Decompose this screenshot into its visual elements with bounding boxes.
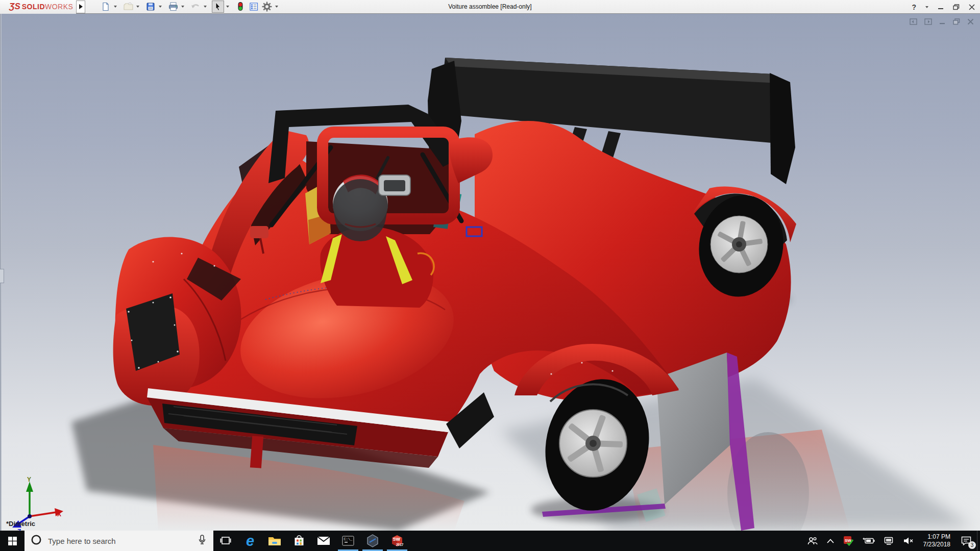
app-title-bar: ƷS SOLID WORKS bbox=[0, 0, 980, 14]
options-gear-icon[interactable] bbox=[261, 1, 273, 13]
windows-taskbar: Type here to search e C:\_ SW 2017 bbox=[0, 531, 980, 551]
clock-time: 1:07 PM bbox=[927, 533, 950, 541]
clock-date: 7/23/2018 bbox=[923, 541, 950, 548]
logo-works-text: WORKS bbox=[45, 3, 73, 11]
people-icon[interactable] bbox=[803, 531, 822, 551]
close-icon[interactable] bbox=[969, 4, 975, 10]
window-title: Voiture assomblee [Read-only] bbox=[448, 3, 531, 10]
command-prompt-icon[interactable]: C:\_ bbox=[336, 531, 360, 551]
solidworks-2017-icon[interactable]: SW 2017 bbox=[385, 531, 409, 551]
play-arrow-icon bbox=[79, 4, 83, 9]
logo-solid-text: SOLID bbox=[22, 3, 45, 11]
doc-restore-icon[interactable] bbox=[953, 18, 960, 27]
save-dropdown[interactable] bbox=[158, 1, 163, 13]
rear-view-mirror bbox=[379, 175, 410, 195]
print-dropdown[interactable] bbox=[180, 1, 185, 13]
document-window-controls bbox=[910, 18, 974, 27]
open-dropdown[interactable] bbox=[135, 1, 140, 13]
microphone-icon[interactable] bbox=[191, 535, 213, 547]
display-properties-icon[interactable] bbox=[248, 1, 260, 13]
search-input[interactable]: Type here to search bbox=[24, 531, 213, 551]
action-center-icon[interactable]: 3 bbox=[955, 531, 977, 551]
hidden-icons-chevron[interactable] bbox=[822, 531, 839, 551]
pane-left-icon[interactable] bbox=[910, 18, 917, 27]
undo-dropdown[interactable] bbox=[203, 1, 208, 13]
undo-icon[interactable] bbox=[189, 1, 202, 13]
solidworks-tray-icon[interactable]: SW bbox=[839, 531, 858, 551]
svg-text:Y: Y bbox=[27, 476, 31, 483]
edrawings-icon[interactable] bbox=[360, 531, 385, 551]
print-icon[interactable] bbox=[167, 1, 179, 13]
menu-expand-button[interactable] bbox=[76, 1, 85, 13]
svg-text:X: X bbox=[57, 511, 61, 518]
mail-icon[interactable] bbox=[311, 531, 336, 551]
notification-badge: 3 bbox=[968, 541, 976, 549]
file-explorer-icon[interactable] bbox=[262, 531, 287, 551]
wing-endplate-right bbox=[770, 73, 795, 184]
view-orientation-label: *Dimetric bbox=[6, 520, 35, 528]
open-icon[interactable] bbox=[122, 1, 134, 13]
task-view-button[interactable] bbox=[213, 531, 238, 551]
new-document-dropdown[interactable] bbox=[113, 1, 118, 13]
taskbar-clock[interactable]: 1:07 PM 7/23/2018 bbox=[918, 531, 955, 551]
window-controls: ? bbox=[912, 0, 975, 14]
volume-muted-icon[interactable] bbox=[899, 531, 918, 551]
store-icon[interactable] bbox=[287, 531, 311, 551]
svg-text:2017: 2017 bbox=[396, 543, 404, 546]
new-document-icon[interactable] bbox=[100, 1, 112, 13]
cortana-icon bbox=[31, 534, 42, 547]
network-icon[interactable] bbox=[879, 531, 899, 551]
show-desktop-button[interactable] bbox=[977, 531, 980, 551]
minimize-icon[interactable] bbox=[938, 4, 944, 10]
select-dropdown[interactable] bbox=[225, 1, 230, 13]
3d-viewport[interactable]: Y X Z *Dimetric bbox=[0, 14, 980, 531]
help-icon[interactable]: ? bbox=[912, 3, 916, 11]
quick-toolbar bbox=[100, 1, 282, 13]
select-cursor-icon[interactable] bbox=[212, 1, 224, 13]
options-dropdown[interactable] bbox=[274, 1, 279, 13]
solidworks-logo: ƷS SOLID WORKS bbox=[0, 0, 76, 14]
car-model-render[interactable]: Y X Z bbox=[0, 14, 980, 531]
save-icon[interactable] bbox=[144, 1, 157, 13]
power-battery-icon[interactable] bbox=[858, 531, 879, 551]
start-button[interactable] bbox=[0, 531, 24, 551]
dassault-mark: ƷS bbox=[9, 2, 20, 12]
edge-icon[interactable]: e bbox=[238, 531, 262, 551]
svg-text:SW: SW bbox=[393, 537, 401, 542]
restore-icon[interactable] bbox=[953, 4, 960, 10]
doc-close-icon[interactable] bbox=[967, 18, 974, 27]
pane-right-icon[interactable] bbox=[924, 18, 932, 27]
system-tray: SW 1:07 PM 7/23/2018 3 bbox=[803, 531, 980, 551]
doc-minimize-icon[interactable] bbox=[939, 18, 946, 27]
svg-text:C:\_: C:\_ bbox=[344, 537, 353, 541]
search-placeholder: Type here to search bbox=[48, 537, 191, 545]
view-traffic-light-icon[interactable] bbox=[234, 1, 247, 13]
help-dropdown[interactable] bbox=[925, 6, 928, 8]
